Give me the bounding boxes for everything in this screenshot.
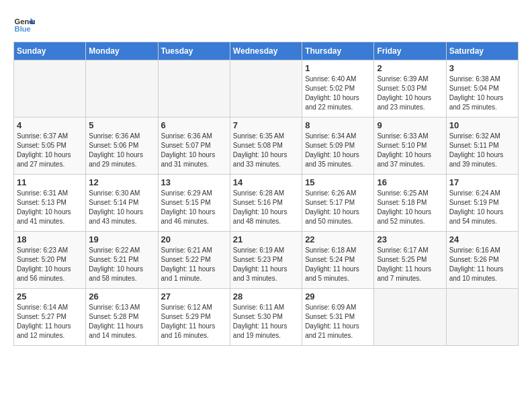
calendar-cell: 29Sunrise: 6:09 AMSunset: 5:31 PMDayligh… [302, 289, 374, 346]
calendar-week-5: 25Sunrise: 6:14 AMSunset: 5:27 PMDayligh… [14, 289, 519, 346]
calendar-cell: 7Sunrise: 6:35 AMSunset: 5:08 PMDaylight… [230, 118, 302, 175]
day-info: Sunrise: 6:24 AMSunset: 5:19 PMDaylight:… [449, 189, 515, 226]
calendar-cell: 10Sunrise: 6:32 AMSunset: 5:11 PMDayligh… [446, 118, 518, 175]
calendar-cell: 22Sunrise: 6:18 AMSunset: 5:24 PMDayligh… [302, 232, 374, 289]
calendar-cell: 19Sunrise: 6:22 AMSunset: 5:21 PMDayligh… [86, 232, 158, 289]
day-info: Sunrise: 6:14 AMSunset: 5:27 PMDaylight:… [17, 303, 83, 340]
day-info: Sunrise: 6:28 AMSunset: 5:16 PMDaylight:… [233, 189, 299, 226]
calendar-week-3: 11Sunrise: 6:31 AMSunset: 5:13 PMDayligh… [14, 175, 519, 232]
calendar-cell: 8Sunrise: 6:34 AMSunset: 5:09 PMDaylight… [302, 118, 374, 175]
day-number: 13 [161, 177, 227, 187]
day-number: 22 [305, 234, 371, 244]
weekday-header-tuesday: Tuesday [158, 42, 230, 60]
calendar-cell: 13Sunrise: 6:29 AMSunset: 5:15 PMDayligh… [158, 175, 230, 232]
calendar-cell: 18Sunrise: 6:23 AMSunset: 5:20 PMDayligh… [14, 232, 86, 289]
calendar-cell: 9Sunrise: 6:33 AMSunset: 5:10 PMDaylight… [374, 118, 446, 175]
day-info: Sunrise: 6:40 AMSunset: 5:02 PMDaylight:… [305, 75, 371, 112]
day-number: 11 [17, 177, 83, 187]
calendar-cell [374, 289, 446, 346]
calendar-cell: 17Sunrise: 6:24 AMSunset: 5:19 PMDayligh… [446, 175, 518, 232]
day-info: Sunrise: 6:33 AMSunset: 5:10 PMDaylight:… [377, 132, 443, 169]
calendar-week-2: 4Sunrise: 6:37 AMSunset: 5:05 PMDaylight… [14, 118, 519, 175]
day-number: 12 [89, 177, 154, 187]
day-number: 18 [17, 234, 83, 244]
day-info: Sunrise: 6:34 AMSunset: 5:09 PMDaylight:… [305, 132, 371, 169]
calendar-cell [446, 289, 518, 346]
day-info: Sunrise: 6:39 AMSunset: 5:03 PMDaylight:… [377, 75, 443, 112]
day-info: Sunrise: 6:22 AMSunset: 5:21 PMDaylight:… [89, 246, 154, 283]
day-number: 28 [233, 291, 299, 302]
day-number: 19 [89, 234, 154, 244]
day-info: Sunrise: 6:32 AMSunset: 5:11 PMDaylight:… [449, 132, 515, 169]
day-number: 26 [89, 291, 154, 302]
calendar-cell [14, 60, 86, 118]
day-info: Sunrise: 6:29 AMSunset: 5:15 PMDaylight:… [161, 189, 227, 226]
day-info: Sunrise: 6:37 AMSunset: 5:05 PMDaylight:… [17, 132, 83, 169]
day-number: 2 [377, 63, 443, 73]
day-info: Sunrise: 6:36 AMSunset: 5:07 PMDaylight:… [161, 132, 227, 169]
calendar-week-4: 18Sunrise: 6:23 AMSunset: 5:20 PMDayligh… [14, 232, 519, 289]
weekday-header-thursday: Thursday [302, 42, 374, 60]
day-number: 5 [89, 120, 154, 130]
day-info: Sunrise: 6:35 AMSunset: 5:08 PMDaylight:… [233, 132, 299, 169]
day-number: 9 [377, 120, 443, 130]
day-number: 29 [305, 291, 371, 302]
weekday-header-saturday: Saturday [446, 42, 518, 60]
calendar-cell: 25Sunrise: 6:14 AMSunset: 5:27 PMDayligh… [14, 289, 86, 346]
weekday-header-wednesday: Wednesday [230, 42, 302, 60]
day-info: Sunrise: 6:11 AMSunset: 5:30 PMDaylight:… [233, 303, 299, 340]
day-number: 24 [449, 234, 515, 244]
calendar-cell: 20Sunrise: 6:21 AMSunset: 5:22 PMDayligh… [158, 232, 230, 289]
calendar-cell [158, 60, 230, 118]
day-number: 23 [377, 234, 443, 244]
day-info: Sunrise: 6:16 AMSunset: 5:26 PMDaylight:… [449, 246, 515, 283]
day-info: Sunrise: 6:12 AMSunset: 5:29 PMDaylight:… [161, 303, 227, 340]
calendar-cell: 3Sunrise: 6:38 AMSunset: 5:04 PMDaylight… [446, 60, 518, 118]
day-info: Sunrise: 6:19 AMSunset: 5:23 PMDaylight:… [233, 246, 299, 283]
weekday-header-row: SundayMondayTuesdayWednesdayThursdayFrid… [14, 42, 519, 60]
day-info: Sunrise: 6:13 AMSunset: 5:28 PMDaylight:… [89, 303, 154, 340]
logo: General Blue [13, 13, 35, 35]
calendar-cell: 24Sunrise: 6:16 AMSunset: 5:26 PMDayligh… [446, 232, 518, 289]
calendar-week-1: 1Sunrise: 6:40 AMSunset: 5:02 PMDaylight… [14, 60, 519, 118]
day-number: 14 [233, 177, 299, 187]
calendar-cell [86, 60, 158, 118]
day-number: 3 [449, 63, 515, 73]
day-number: 4 [17, 120, 83, 130]
day-number: 10 [449, 120, 515, 130]
day-info: Sunrise: 6:18 AMSunset: 5:24 PMDaylight:… [305, 246, 371, 283]
calendar-cell: 12Sunrise: 6:30 AMSunset: 5:14 PMDayligh… [86, 175, 158, 232]
calendar-cell: 23Sunrise: 6:17 AMSunset: 5:25 PMDayligh… [374, 232, 446, 289]
day-number: 16 [377, 177, 443, 187]
day-info: Sunrise: 6:17 AMSunset: 5:25 PMDaylight:… [377, 246, 443, 283]
page-header: General Blue [13, 13, 519, 35]
calendar-cell: 21Sunrise: 6:19 AMSunset: 5:23 PMDayligh… [230, 232, 302, 289]
weekday-header-monday: Monday [86, 42, 158, 60]
calendar-cell: 15Sunrise: 6:26 AMSunset: 5:17 PMDayligh… [302, 175, 374, 232]
weekday-header-sunday: Sunday [14, 42, 86, 60]
day-number: 21 [233, 234, 299, 244]
calendar-cell: 2Sunrise: 6:39 AMSunset: 5:03 PMDaylight… [374, 60, 446, 118]
day-number: 15 [305, 177, 371, 187]
calendar-cell: 28Sunrise: 6:11 AMSunset: 5:30 PMDayligh… [230, 289, 302, 346]
calendar-cell: 27Sunrise: 6:12 AMSunset: 5:29 PMDayligh… [158, 289, 230, 346]
day-info: Sunrise: 6:09 AMSunset: 5:31 PMDaylight:… [305, 303, 371, 340]
calendar-cell: 4Sunrise: 6:37 AMSunset: 5:05 PMDaylight… [14, 118, 86, 175]
svg-text:Blue: Blue [15, 25, 31, 33]
day-info: Sunrise: 6:25 AMSunset: 5:18 PMDaylight:… [377, 189, 443, 226]
weekday-header-friday: Friday [374, 42, 446, 60]
day-info: Sunrise: 6:23 AMSunset: 5:20 PMDaylight:… [17, 246, 83, 283]
day-number: 8 [305, 120, 371, 130]
calendar-cell: 1Sunrise: 6:40 AMSunset: 5:02 PMDaylight… [302, 60, 374, 118]
day-number: 17 [449, 177, 515, 187]
calendar-cell: 11Sunrise: 6:31 AMSunset: 5:13 PMDayligh… [14, 175, 86, 232]
calendar-cell: 26Sunrise: 6:13 AMSunset: 5:28 PMDayligh… [86, 289, 158, 346]
calendar-cell: 5Sunrise: 6:36 AMSunset: 5:06 PMDaylight… [86, 118, 158, 175]
day-info: Sunrise: 6:38 AMSunset: 5:04 PMDaylight:… [449, 75, 515, 112]
calendar-cell: 16Sunrise: 6:25 AMSunset: 5:18 PMDayligh… [374, 175, 446, 232]
calendar-cell: 6Sunrise: 6:36 AMSunset: 5:07 PMDaylight… [158, 118, 230, 175]
calendar-body: 1Sunrise: 6:40 AMSunset: 5:02 PMDaylight… [14, 60, 519, 346]
day-number: 1 [305, 63, 371, 73]
calendar-cell [230, 60, 302, 118]
day-number: 20 [161, 234, 227, 244]
